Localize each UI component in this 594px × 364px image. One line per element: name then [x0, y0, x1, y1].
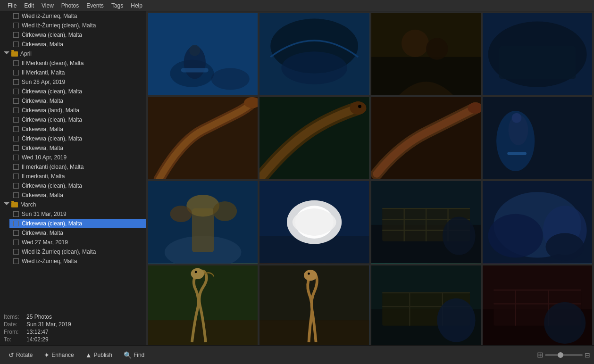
sidebar-tree: Wied iż-Żurrieq, Malta Wied iż-Żurrieq (…: [0, 11, 146, 311]
item-checkbox[interactable]: [13, 41, 19, 47]
photo-cell[interactable]: [483, 97, 592, 179]
list-item[interactable]: Wied iż-Żurrieq (clean), Malta: [9, 247, 146, 256]
group-april[interactable]: April: [0, 49, 146, 58]
rotate-button[interactable]: ↺ Rotate: [4, 349, 37, 361]
item-label: Wed 10 Apr, 2019: [22, 154, 67, 161]
photo-thumb: [259, 181, 369, 263]
item-checkbox[interactable]: [13, 230, 19, 236]
find-button[interactable]: 🔍 Find: [119, 349, 149, 361]
list-item[interactable]: Il Merkanti (clean), Malta: [9, 58, 146, 68]
list-item[interactable]: Sun 28 Apr, 2019: [9, 77, 146, 87]
status-row-items: Items: 25 Photos: [4, 313, 142, 321]
item-checkbox[interactable]: [13, 117, 19, 123]
group-march[interactable]: March: [0, 200, 146, 209]
item-checkbox[interactable]: [13, 240, 19, 245]
list-item[interactable]: Il merkanti, Malta: [9, 172, 146, 181]
list-item[interactable]: Ċirkewwa, Malta: [9, 228, 146, 238]
menu-file[interactable]: File: [4, 1, 20, 10]
item-checkbox[interactable]: [13, 221, 19, 226]
enhance-button[interactable]: ✦ Enhance: [39, 349, 78, 361]
list-item[interactable]: Ċirkewwa, Malta: [9, 124, 146, 134]
item-checkbox[interactable]: [13, 98, 19, 104]
item-checkbox[interactable]: [13, 70, 19, 75]
menu-help[interactable]: Help: [127, 1, 146, 10]
list-item[interactable]: Ċirkewwa (clean), Malta: [9, 181, 146, 190]
photo-cell[interactable]: [371, 265, 481, 345]
item-checkbox[interactable]: [13, 192, 19, 198]
item-checkbox[interactable]: [13, 145, 19, 151]
item-checkbox[interactable]: [13, 258, 19, 264]
photo-cell[interactable]: [483, 13, 592, 95]
rotate-icon: ↺: [8, 351, 14, 359]
item-checkbox[interactable]: [13, 126, 19, 132]
photo-cell[interactable]: [259, 13, 369, 95]
menu-events[interactable]: Events: [83, 1, 108, 10]
list-item[interactable]: Wied iż-Żurrieq, Malta: [9, 256, 146, 266]
publish-button[interactable]: ▲ Publish: [81, 349, 117, 361]
item-checkbox[interactable]: [13, 79, 19, 85]
photo-cell[interactable]: [371, 181, 481, 263]
photo-cell[interactable]: [259, 265, 369, 345]
list-item[interactable]: Ċirkewwa (clean), Malta: [9, 87, 146, 96]
list-item[interactable]: Wed 10 Apr, 2019: [9, 153, 146, 162]
list-item[interactable]: Il merkanti (clean), Malta: [9, 162, 146, 172]
list-item[interactable]: Ċirkewwa (clean), Malta: [9, 134, 146, 143]
item-checkbox[interactable]: [13, 60, 19, 66]
item-checkbox[interactable]: [13, 164, 19, 170]
enhance-icon: ✦: [44, 351, 50, 359]
svg-point-52: [545, 233, 584, 261]
item-checkbox[interactable]: [13, 108, 19, 113]
svg-point-47: [442, 217, 475, 255]
photo-cell[interactable]: [259, 97, 369, 179]
photo-cell[interactable]: [148, 265, 258, 345]
zoom-out-icon: ⊟: [585, 351, 590, 359]
zoom-slider[interactable]: [545, 354, 583, 356]
list-item[interactable]: Ċirkewwa, Malta: [9, 96, 146, 106]
list-item[interactable]: Ċirkewwa, Malta: [9, 190, 146, 200]
svg-point-68: [437, 298, 475, 342]
menu-view[interactable]: View: [38, 1, 58, 10]
list-item[interactable]: Ċirkewwa (clean), Malta: [9, 115, 146, 124]
item-checkbox[interactable]: [13, 136, 19, 141]
publish-label: Publish: [94, 352, 112, 358]
from-label: From:: [4, 329, 23, 335]
photo-cell[interactable]: [148, 97, 258, 179]
menu-photos[interactable]: Photos: [58, 1, 83, 10]
list-item-selected[interactable]: Ċirkewwa (clean), Malta: [9, 219, 146, 228]
photo-cell[interactable]: [483, 265, 592, 345]
item-checkbox[interactable]: [13, 89, 19, 94]
list-item[interactable]: Wied iż-Żurrieq (clean), Malta: [9, 21, 146, 30]
photo-cell[interactable]: [371, 97, 481, 179]
photo-cell[interactable]: [148, 13, 258, 95]
item-checkbox[interactable]: [13, 13, 19, 19]
list-item[interactable]: Sun 31 Mar, 2019: [9, 209, 146, 219]
april-children: Il Merkanti (clean), Malta Il Merkanti, …: [0, 58, 146, 200]
item-label: Ċirkewwa (land), Malta: [22, 107, 79, 114]
triangle-icon: [4, 202, 9, 207]
find-label: Find: [134, 352, 144, 358]
photo-thumb: [259, 13, 369, 95]
list-item[interactable]: Ċirkewwa, Malta: [9, 40, 146, 49]
item-checkbox[interactable]: [13, 211, 19, 217]
item-checkbox[interactable]: [13, 183, 19, 189]
list-item[interactable]: Ċirkewwa (clean), Malta: [9, 30, 146, 40]
item-checkbox[interactable]: [13, 32, 19, 38]
menu-edit[interactable]: Edit: [20, 1, 38, 10]
group-label: April: [20, 50, 32, 57]
list-item[interactable]: Wed 27 Mar, 2019: [9, 238, 146, 247]
item-checkbox[interactable]: [13, 249, 19, 255]
item-checkbox[interactable]: [13, 174, 19, 179]
list-item[interactable]: Ċirkewwa (land), Malta: [9, 106, 146, 115]
svg-point-11: [401, 30, 428, 57]
photo-cell[interactable]: [259, 181, 369, 263]
list-item[interactable]: Wied iż-Żurrieq, Malta: [9, 11, 146, 21]
item-checkbox[interactable]: [13, 23, 19, 28]
list-item[interactable]: Ċirkewwa, Malta: [9, 143, 146, 153]
item-label: Ċirkewwa (clean), Malta: [22, 32, 82, 38]
photo-cell[interactable]: [371, 13, 481, 95]
photo-cell[interactable]: [483, 181, 592, 263]
item-checkbox[interactable]: [13, 155, 19, 160]
list-item[interactable]: Il Merkanti, Malta: [9, 68, 146, 77]
menu-tags[interactable]: Tags: [108, 1, 127, 10]
photo-cell[interactable]: [148, 181, 258, 263]
